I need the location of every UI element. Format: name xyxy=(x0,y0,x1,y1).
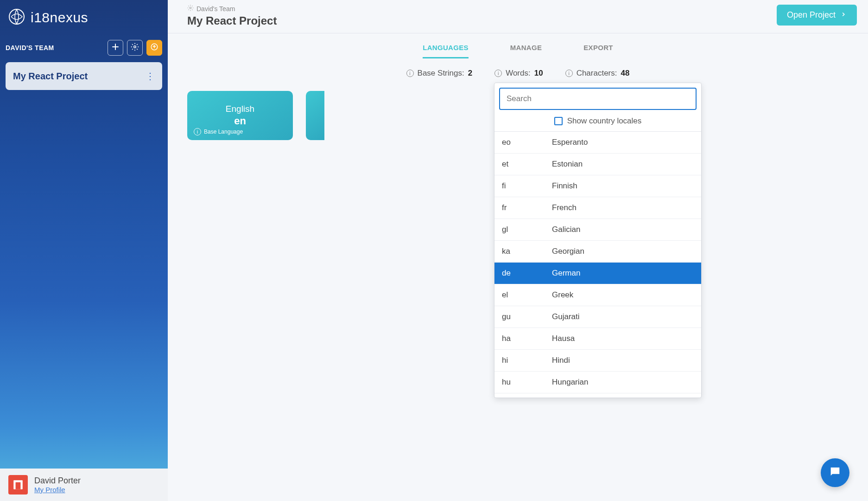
dropdown-list[interactable]: eoEsperantoetEstonianfiFinnishfrFrenchgl… xyxy=(494,132,701,398)
locale-code: ha xyxy=(502,334,552,343)
locale-code: ka xyxy=(502,247,552,256)
open-project-label: Open Project xyxy=(787,10,836,20)
avatar xyxy=(8,475,28,495)
stat-characters: i Characters: 48 xyxy=(565,69,630,78)
stat-label: Words: xyxy=(506,69,531,78)
team-actions xyxy=(108,40,162,56)
dropdown-item-gl[interactable]: glGalician xyxy=(494,219,701,241)
chat-icon xyxy=(829,465,842,480)
stat-value: 2 xyxy=(468,69,472,78)
dropdown-item-hi[interactable]: hiHindi xyxy=(494,350,701,372)
upload-icon xyxy=(150,43,158,53)
locale-code: hi xyxy=(502,356,552,365)
user-name: David Porter xyxy=(34,476,81,486)
dropdown-item-gu[interactable]: guGujarati xyxy=(494,306,701,328)
stat-value: 48 xyxy=(621,69,630,78)
locale-name: Hindi xyxy=(552,356,570,365)
logo-icon xyxy=(8,8,25,27)
locale-code: gl xyxy=(502,225,552,234)
svg-rect-4 xyxy=(16,482,21,489)
dropdown-item-de[interactable]: deGerman xyxy=(494,263,701,284)
show-locales-row[interactable]: Show country locales xyxy=(494,115,701,132)
info-icon: i xyxy=(565,70,573,77)
stat-value: 10 xyxy=(534,69,543,78)
tab-languages[interactable]: LANGUAGES xyxy=(423,44,469,58)
locale-name: French xyxy=(552,203,577,212)
svg-point-5 xyxy=(190,7,191,9)
dropdown-item-ha[interactable]: haHausa xyxy=(494,328,701,350)
team-name-label: DAVID'S TEAM xyxy=(6,44,54,51)
info-icon: i xyxy=(194,128,201,135)
locale-name: Estonian xyxy=(552,160,583,169)
locale-name: Georgian xyxy=(552,247,584,256)
dropdown-item-hu[interactable]: huHungarian xyxy=(494,372,701,393)
plus-icon xyxy=(112,43,119,52)
stat-base-strings: i Base Strings: 2 xyxy=(406,69,473,78)
locale-code: el xyxy=(502,290,552,300)
svg-point-1 xyxy=(134,46,136,48)
locale-name: Hungarian xyxy=(552,378,588,387)
locale-code: eo xyxy=(502,138,552,147)
locale-code: fr xyxy=(502,203,552,212)
breadcrumb: David's Team xyxy=(187,5,277,13)
locale-code: fi xyxy=(502,181,552,191)
dropdown-item-et[interactable]: etEstonian xyxy=(494,154,701,175)
sidebar: i18nexus DAVID'S TEAM My React Project xyxy=(0,0,168,501)
dropdown-item-eo[interactable]: eoEsperanto xyxy=(494,132,701,154)
language-card-en[interactable]: English en i Base Language xyxy=(187,91,293,140)
info-icon: i xyxy=(406,70,414,77)
locale-code: hu xyxy=(502,378,552,387)
checkbox-icon[interactable] xyxy=(554,117,563,125)
checkbox-label: Show country locales xyxy=(567,116,642,126)
locale-name: Gujarati xyxy=(552,312,580,321)
project-card[interactable]: My React Project ⋮ xyxy=(6,62,162,90)
dropdown-item-fr[interactable]: frFrench xyxy=(494,197,701,219)
tab-manage[interactable]: MANAGE xyxy=(510,44,542,58)
gear-icon xyxy=(131,43,139,53)
dropdown-item-el[interactable]: elGreek xyxy=(494,284,701,306)
dropdown-item-is[interactable]: isIcelandic xyxy=(494,393,701,398)
locale-name: Galician xyxy=(552,225,580,234)
locale-name: Greek xyxy=(552,290,573,300)
stat-label: Characters: xyxy=(577,69,617,78)
locale-code: de xyxy=(502,269,552,278)
add-button[interactable] xyxy=(108,40,123,56)
settings-button[interactable] xyxy=(127,40,143,56)
logo: i18nexus xyxy=(0,0,168,40)
upgrade-button[interactable] xyxy=(146,40,162,56)
locale-name: Esperanto xyxy=(552,138,588,147)
search-input[interactable] xyxy=(499,88,697,110)
language-dropdown: Show country locales eoEsperantoetEstoni… xyxy=(494,83,702,398)
open-project-button[interactable]: Open Project xyxy=(777,5,857,26)
stat-label: Base Strings: xyxy=(418,69,464,78)
locale-code: gu xyxy=(502,312,552,321)
dropdown-item-fi[interactable]: fiFinnish xyxy=(494,175,701,197)
stat-words: i Words: 10 xyxy=(494,69,543,78)
locale-name: German xyxy=(552,269,580,278)
info-icon: i xyxy=(494,70,502,77)
chat-fab[interactable] xyxy=(821,458,849,487)
breadcrumb-text: David's Team xyxy=(196,5,235,13)
dropdown-item-ka[interactable]: kaGeorgian xyxy=(494,241,701,263)
project-title: My React Project xyxy=(13,71,88,82)
locale-name: Hausa xyxy=(552,334,575,343)
tabs: LANGUAGES MANAGE EXPORT xyxy=(168,33,868,58)
badge-text: Base Language xyxy=(204,128,243,135)
locale-name: Finnish xyxy=(552,181,577,191)
profile-link[interactable]: My Profile xyxy=(34,486,81,494)
page-title: My React Project xyxy=(187,14,277,27)
gear-icon xyxy=(187,5,194,13)
header: David's Team My React Project Open Proje… xyxy=(168,0,868,33)
language-name: English xyxy=(226,104,254,114)
base-language-badge: i Base Language xyxy=(194,128,243,135)
more-icon[interactable]: ⋮ xyxy=(146,71,155,82)
brand-name: i18nexus xyxy=(31,10,88,26)
main: David's Team My React Project Open Proje… xyxy=(168,0,868,501)
user-footer: David Porter My Profile xyxy=(0,469,168,501)
language-card-partial[interactable] xyxy=(306,91,324,140)
tab-export[interactable]: EXPORT xyxy=(583,44,613,58)
team-header: DAVID'S TEAM xyxy=(0,40,168,62)
locale-code: et xyxy=(502,160,552,169)
language-code: en xyxy=(234,115,246,127)
chevron-right-icon xyxy=(840,10,847,20)
